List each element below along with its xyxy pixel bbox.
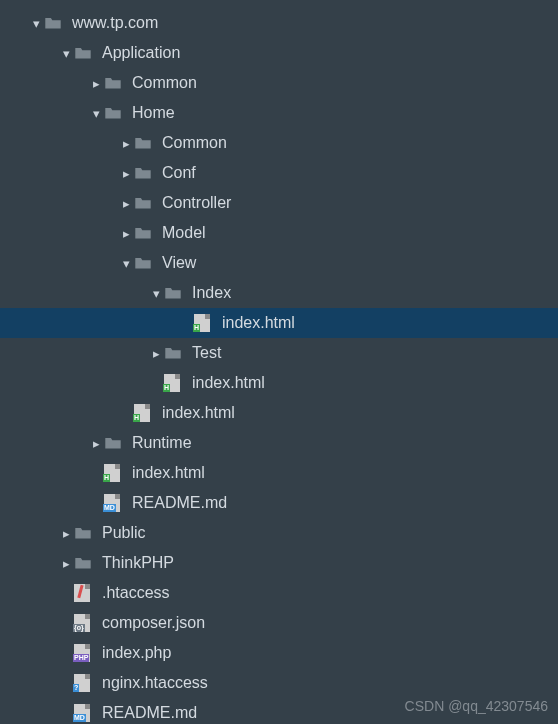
tree-item-thinkphp[interactable]: ▸ ThinkPHP bbox=[0, 548, 558, 578]
tree-item-index-php[interactable]: · PHP index.php bbox=[0, 638, 558, 668]
tree-label: index.html bbox=[132, 464, 205, 482]
file-icon: ? bbox=[74, 674, 96, 692]
tree-label: README.md bbox=[132, 494, 227, 512]
chevron-right-icon: ▸ bbox=[88, 76, 104, 91]
tree-label: index.php bbox=[102, 644, 171, 662]
tree-item-home[interactable]: ▾ Home bbox=[0, 98, 558, 128]
tree-label: Index bbox=[192, 284, 231, 302]
folder-icon bbox=[104, 76, 126, 90]
chevron-right-icon: ▸ bbox=[58, 556, 74, 571]
tree-label: composer.json bbox=[102, 614, 205, 632]
tree-label: Home bbox=[132, 104, 175, 122]
tree-item-htaccess[interactable]: · .htaccess bbox=[0, 578, 558, 608]
tree-item-model[interactable]: ▸ Model bbox=[0, 218, 558, 248]
tree-label: Model bbox=[162, 224, 206, 242]
tree-item-index-html-app[interactable]: · H index.html bbox=[0, 458, 558, 488]
tree-label: index.html bbox=[222, 314, 295, 332]
tree-label: Test bbox=[192, 344, 221, 362]
folder-icon bbox=[134, 226, 156, 240]
tree-item-index-html-home[interactable]: · H index.html bbox=[0, 398, 558, 428]
chevron-down-icon: ▾ bbox=[88, 106, 104, 121]
folder-icon bbox=[44, 16, 66, 30]
chevron-down-icon: ▾ bbox=[118, 256, 134, 271]
tree-label: README.md bbox=[102, 704, 197, 722]
tree-label: index.html bbox=[162, 404, 235, 422]
tree-label: Application bbox=[102, 44, 180, 62]
json-file-icon: {o} bbox=[74, 614, 96, 632]
tree-item-controller[interactable]: ▸ Controller bbox=[0, 188, 558, 218]
folder-icon bbox=[164, 346, 186, 360]
tree-label: Common bbox=[132, 74, 197, 92]
folder-icon bbox=[74, 46, 96, 60]
folder-icon bbox=[134, 256, 156, 270]
tree-item-view[interactable]: ▾ View bbox=[0, 248, 558, 278]
tree-label: www.tp.com bbox=[72, 14, 158, 32]
chevron-down-icon: ▾ bbox=[28, 16, 44, 31]
tree-item-readme-app[interactable]: · MD README.md bbox=[0, 488, 558, 518]
file-tree: ▾ www.tp.com ▾ Application ▸ Common ▾ Ho… bbox=[0, 0, 558, 724]
html-file-icon: H bbox=[134, 404, 156, 422]
tree-item-test[interactable]: ▸ Test bbox=[0, 338, 558, 368]
tree-label: .htaccess bbox=[102, 584, 170, 602]
folder-icon bbox=[104, 106, 126, 120]
folder-icon bbox=[164, 286, 186, 300]
folder-icon bbox=[134, 196, 156, 210]
chevron-right-icon: ▸ bbox=[118, 226, 134, 241]
tree-item-index-html-selected[interactable]: · H index.html bbox=[0, 308, 558, 338]
tree-item-conf[interactable]: ▸ Conf bbox=[0, 158, 558, 188]
php-file-icon: PHP bbox=[74, 644, 96, 662]
tree-label: Conf bbox=[162, 164, 196, 182]
html-file-icon: H bbox=[194, 314, 216, 332]
tree-item-nginx[interactable]: · ? nginx.htaccess bbox=[0, 668, 558, 698]
folder-icon bbox=[74, 556, 96, 570]
watermark: CSDN @qq_42307546 bbox=[405, 698, 548, 714]
folder-icon bbox=[134, 136, 156, 150]
chevron-right-icon: ▸ bbox=[148, 346, 164, 361]
chevron-down-icon: ▾ bbox=[58, 46, 74, 61]
chevron-right-icon: ▸ bbox=[118, 166, 134, 181]
tree-item-index-folder[interactable]: ▾ Index bbox=[0, 278, 558, 308]
tree-label: Controller bbox=[162, 194, 231, 212]
folder-icon bbox=[134, 166, 156, 180]
folder-icon bbox=[104, 436, 126, 450]
markdown-file-icon: MD bbox=[104, 494, 126, 512]
chevron-right-icon: ▸ bbox=[58, 526, 74, 541]
tree-item-application[interactable]: ▾ Application bbox=[0, 38, 558, 68]
tree-item-common[interactable]: ▸ Common bbox=[0, 68, 558, 98]
html-file-icon: H bbox=[104, 464, 126, 482]
tree-item-index-html-view[interactable]: · H index.html bbox=[0, 368, 558, 398]
tree-label: Public bbox=[102, 524, 146, 542]
tree-label: ThinkPHP bbox=[102, 554, 174, 572]
markdown-file-icon: MD bbox=[74, 704, 96, 722]
chevron-right-icon: ▸ bbox=[118, 136, 134, 151]
tree-item-runtime[interactable]: ▸ Runtime bbox=[0, 428, 558, 458]
chevron-right-icon: ▸ bbox=[118, 196, 134, 211]
tree-item-root[interactable]: ▾ www.tp.com bbox=[0, 8, 558, 38]
file-icon bbox=[74, 584, 96, 602]
html-file-icon: H bbox=[164, 374, 186, 392]
tree-item-composer[interactable]: · {o} composer.json bbox=[0, 608, 558, 638]
tree-label: nginx.htaccess bbox=[102, 674, 208, 692]
tree-label: View bbox=[162, 254, 196, 272]
folder-icon bbox=[74, 526, 96, 540]
tree-item-public[interactable]: ▸ Public bbox=[0, 518, 558, 548]
chevron-right-icon: ▸ bbox=[88, 436, 104, 451]
tree-label: Runtime bbox=[132, 434, 192, 452]
tree-label: index.html bbox=[192, 374, 265, 392]
tree-label: Common bbox=[162, 134, 227, 152]
chevron-down-icon: ▾ bbox=[148, 286, 164, 301]
tree-item-home-common[interactable]: ▸ Common bbox=[0, 128, 558, 158]
